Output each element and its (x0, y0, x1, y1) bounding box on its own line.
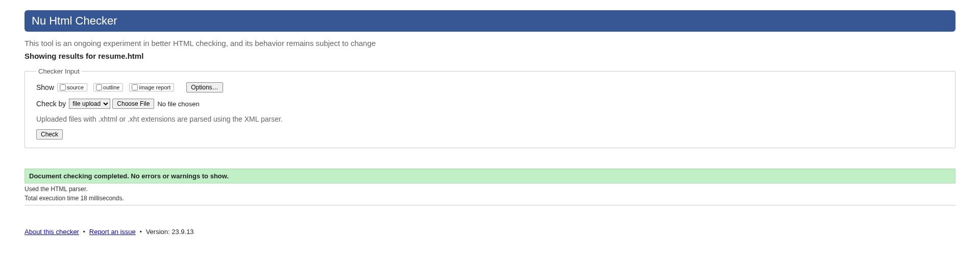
outline-checkbox-label: outline (103, 84, 119, 90)
checker-input-fieldset: Checker Input Show source outline image … (24, 67, 955, 148)
no-file-chosen-text: No file chosen (157, 100, 199, 108)
source-checkbox-label: source (67, 84, 84, 90)
page-title: Nu Html Checker (32, 14, 117, 27)
results-for-heading: Showing results for resume.html (24, 52, 955, 60)
image-report-checkbox-wrap[interactable]: image report (129, 83, 174, 91)
show-row: Show source outline image report Options… (36, 82, 944, 92)
image-report-checkbox-label: image report (139, 84, 170, 90)
outline-checkbox-wrap[interactable]: outline (93, 83, 123, 91)
show-label: Show (36, 83, 54, 91)
version-text: Version: 23.9.13 (146, 228, 194, 236)
report-issue-link[interactable]: Report an issue (89, 228, 136, 236)
execution-time-text: Total execution time 18 milliseconds. (24, 194, 955, 205)
about-checker-link[interactable]: About this checker (24, 228, 79, 236)
separator: • (137, 228, 144, 236)
source-checkbox-wrap[interactable]: source (57, 83, 87, 91)
parser-used-text: Used the HTML parser. (24, 183, 955, 194)
check-by-row: Check by file upload Choose File No file… (36, 99, 944, 109)
success-message: Document checking completed. No errors o… (24, 169, 955, 183)
page-title-bar: Nu Html Checker (24, 10, 955, 32)
source-checkbox[interactable] (60, 84, 66, 90)
options-button[interactable]: Options… (186, 82, 223, 92)
choose-file-button[interactable]: Choose File (112, 99, 154, 109)
check-by-select[interactable]: file upload (69, 99, 110, 109)
image-report-checkbox[interactable] (132, 84, 138, 90)
outline-checkbox[interactable] (96, 84, 102, 90)
separator: • (81, 228, 88, 236)
footer: About this checker • Report an issue • V… (24, 228, 955, 236)
check-by-label: Check by (36, 100, 66, 108)
check-button[interactable]: Check (36, 129, 63, 140)
checker-input-legend: Checker Input (36, 67, 82, 75)
xml-parser-note: Uploaded files with .xhtml or .xht exten… (36, 115, 944, 123)
subtitle-text: This tool is an ongoing experiment in be… (24, 39, 955, 48)
